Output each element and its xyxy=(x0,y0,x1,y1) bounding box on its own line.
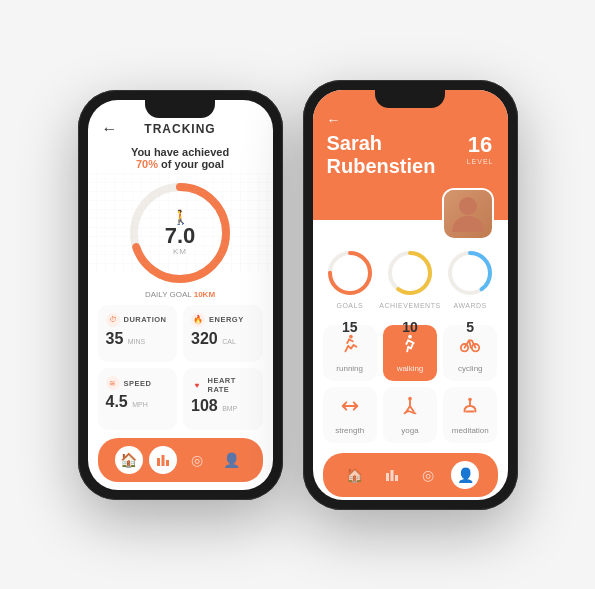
strength-icon xyxy=(339,395,361,422)
heart-rate-card: ♥ HEART RATE 108 BMP xyxy=(183,368,263,430)
achievements-stat: 10 ACHIEVEMENTS xyxy=(379,248,440,309)
heart-rate-icon-row: ♥ HEART RATE xyxy=(191,376,255,394)
goals-stat: 15 GOALS xyxy=(325,248,375,309)
progress-circle: 🚶 7.0 KM xyxy=(88,172,273,294)
profile-back-button[interactable]: ← xyxy=(327,112,494,128)
svg-rect-3 xyxy=(161,455,164,466)
nav-profile[interactable]: 👤 xyxy=(217,446,245,474)
profile-nav-stats[interactable] xyxy=(378,461,406,489)
right-phone-screen: ← Sarah Rubenstien 16 LEVEL xyxy=(313,90,508,500)
profile-title-bar: Sarah Rubenstien 16 LEVEL xyxy=(327,132,494,178)
level-number: 16 xyxy=(468,132,492,158)
goals-ring-wrap: 15 xyxy=(325,248,375,298)
scene: ← TRACKING You have achieved 70% of your… xyxy=(58,60,538,530)
duration-label: DURATION xyxy=(124,315,167,324)
duration-value: 35 MINS xyxy=(106,329,170,348)
right-phone: ← Sarah Rubenstien 16 LEVEL xyxy=(303,80,518,510)
speed-icon-row: ≋ SPEED xyxy=(106,376,170,390)
speed-icon: ≋ xyxy=(106,376,120,390)
svg-point-5 xyxy=(459,197,477,215)
circle-center: 🚶 7.0 KM xyxy=(165,209,196,256)
goal-section: You have achieved 70% of your goal xyxy=(88,142,273,172)
svg-rect-22 xyxy=(395,475,398,481)
nav-stats[interactable] xyxy=(149,446,177,474)
right-notch xyxy=(375,90,445,108)
back-button[interactable]: ← xyxy=(102,120,118,138)
strength-label: strength xyxy=(335,426,364,435)
goals-value: 15 xyxy=(342,319,358,335)
duration-card: ⏱ DURATION 35 MINS xyxy=(98,305,178,363)
left-phone-screen: ← TRACKING You have achieved 70% of your… xyxy=(88,100,273,490)
svg-point-16 xyxy=(342,404,346,408)
tracking-title: TRACKING xyxy=(144,122,215,136)
goal-label: You have achieved xyxy=(131,146,229,158)
meditation-label: meditation xyxy=(452,426,489,435)
duration-icon: ⏱ xyxy=(106,313,120,327)
goal-suffix: of your goal xyxy=(158,158,224,170)
yoga-card[interactable]: yoga xyxy=(383,387,437,443)
achievements-ring xyxy=(385,248,435,298)
profile-nav-home[interactable]: 🏠 xyxy=(341,461,369,489)
km-label: KM xyxy=(173,247,187,256)
profile-bottom-nav: 🏠 ◎ 👤 xyxy=(323,453,498,497)
stats-grid: ⏱ DURATION 35 MINS 🔥 ENERGY 320 CAL xyxy=(88,301,273,434)
nav-home[interactable]: 🏠 xyxy=(115,446,143,474)
svg-rect-20 xyxy=(386,473,389,481)
profile-screen: ← Sarah Rubenstien 16 LEVEL xyxy=(313,90,508,500)
profile-name: Sarah Rubenstien xyxy=(327,132,436,178)
km-value: 7.0 xyxy=(165,225,196,247)
speed-label: SPEED xyxy=(124,379,152,388)
goals-value-center: 15 xyxy=(325,302,375,352)
walking-label: walking xyxy=(397,364,424,373)
profile-nav-compass[interactable]: ◎ xyxy=(414,461,442,489)
heart-rate-label: HEART RATE xyxy=(207,376,254,394)
level-badge: 16 LEVEL xyxy=(467,132,494,165)
nav-compass[interactable]: ◎ xyxy=(183,446,211,474)
meditation-card[interactable]: meditation xyxy=(443,387,497,443)
avatar-image xyxy=(444,190,492,238)
heart-rate-value: 108 BMP xyxy=(191,396,255,415)
energy-icon-row: 🔥 ENERGY xyxy=(191,313,255,327)
running-label: running xyxy=(336,364,363,373)
meditation-icon xyxy=(459,395,481,422)
avatar xyxy=(442,188,494,240)
speed-card: ≋ SPEED 4.5 MPH xyxy=(98,368,178,430)
awards-stat: 5 AWARDS xyxy=(445,248,495,309)
heart-icon: ♥ xyxy=(191,378,203,392)
awards-value: 5 xyxy=(466,319,474,335)
awards-ring-wrap: 5 xyxy=(445,248,495,298)
duration-icon-row: ⏱ DURATION xyxy=(106,313,170,327)
svg-point-17 xyxy=(353,404,357,408)
yoga-icon xyxy=(399,395,421,422)
svg-rect-21 xyxy=(390,470,393,481)
energy-label: ENERGY xyxy=(209,315,244,324)
left-notch xyxy=(145,100,215,118)
profile-header: ← Sarah Rubenstien 16 LEVEL xyxy=(313,90,508,220)
svg-rect-4 xyxy=(166,460,169,466)
achievements-ring-wrap: 10 xyxy=(385,248,435,298)
profile-nav-profile[interactable]: 👤 xyxy=(451,461,479,489)
goal-percent: 70% xyxy=(136,158,158,170)
achievements-value: 10 xyxy=(402,319,418,335)
awards-value-center: 5 xyxy=(445,302,495,352)
speed-value: 4.5 MPH xyxy=(106,392,170,411)
left-phone: ← TRACKING You have achieved 70% of your… xyxy=(78,90,283,500)
svg-rect-2 xyxy=(157,458,160,466)
energy-value: 320 CAL xyxy=(191,329,255,348)
goals-ring xyxy=(325,248,375,298)
strength-card[interactable]: strength xyxy=(323,387,377,443)
cycling-label: cycling xyxy=(458,364,482,373)
energy-card: 🔥 ENERGY 320 CAL xyxy=(183,305,263,363)
yoga-label: yoga xyxy=(401,426,418,435)
level-label: LEVEL xyxy=(467,158,494,165)
goal-text: You have achieved 70% of your goal xyxy=(88,146,273,170)
tracking-screen: ← TRACKING You have achieved 70% of your… xyxy=(88,100,273,490)
bottom-nav: 🏠 ◎ 👤 xyxy=(98,438,263,482)
energy-icon: 🔥 xyxy=(191,313,205,327)
achievements-value-center: 10 xyxy=(385,302,435,352)
awards-ring xyxy=(445,248,495,298)
